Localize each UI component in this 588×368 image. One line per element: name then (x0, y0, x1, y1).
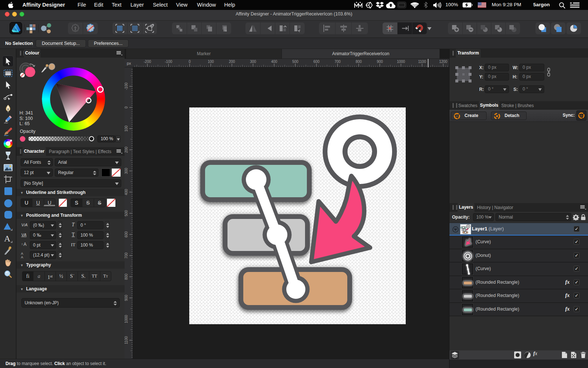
svg-text:-200: -200 (144, 60, 151, 64)
svg-text:700: 700 (125, 252, 128, 259)
svg-text:700: 700 (334, 60, 341, 64)
svg-text:100: 100 (208, 60, 214, 64)
svg-text:100: 100 (125, 125, 128, 132)
svg-text:200: 200 (229, 60, 235, 64)
svg-text:500: 500 (125, 210, 128, 216)
svg-text:1100: 1100 (125, 336, 128, 344)
svg-text:300: 300 (125, 168, 128, 174)
svg-text:900: 900 (125, 295, 128, 301)
svg-text:400: 400 (271, 60, 277, 64)
svg-text:200: 200 (125, 146, 128, 153)
svg-text:500: 500 (292, 60, 298, 64)
svg-text:400: 400 (125, 189, 128, 195)
svg-text:-100: -100 (165, 60, 172, 64)
svg-text:600: 600 (125, 231, 128, 237)
svg-text:0: 0 (125, 106, 128, 109)
svg-text:800: 800 (125, 273, 128, 280)
svg-text:300: 300 (250, 60, 256, 64)
svg-text:-100: -100 (125, 82, 128, 90)
svg-text:600: 600 (313, 60, 320, 64)
svg-text:1200: 1200 (439, 60, 448, 64)
svg-text:800: 800 (356, 60, 362, 64)
svg-text:900: 900 (377, 60, 383, 64)
svg-text:0: 0 (189, 60, 191, 64)
svg-text:1000: 1000 (397, 60, 405, 64)
svg-text:1000: 1000 (125, 315, 128, 323)
svg-text:A: A (4, 234, 11, 243)
svg-text:1100: 1100 (418, 60, 426, 64)
